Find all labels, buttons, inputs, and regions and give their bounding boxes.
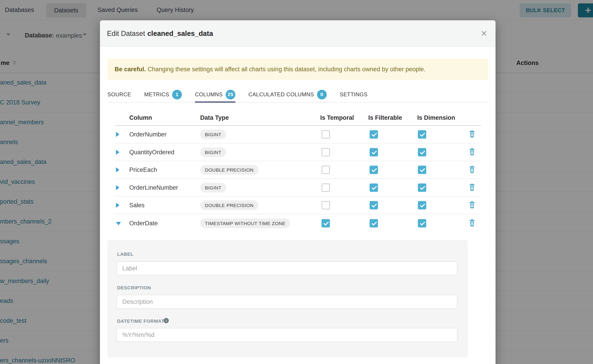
column-row-ordernumber: OrderNumberBIGINT [115,126,481,143]
tab-metrics[interactable]: METRICS1 [144,88,182,103]
delete-column-trash-icon[interactable] [469,148,475,156]
is-dimension-checkbox[interactable] [418,148,426,156]
tab-label: SOURCE [107,91,131,98]
is-temporal-checkbox[interactable] [322,201,330,209]
data-type-pill: DOUBLE PRECISION [200,201,258,210]
column-header-is-filterable: Is Filterable [368,114,402,121]
description-input[interactable] [116,295,457,309]
expand-caret-icon[interactable] [116,167,119,172]
expand-caret-icon[interactable] [116,203,119,208]
is-filterable-checkbox[interactable] [370,183,378,192]
warning-bold-text: Be careful. [115,66,146,73]
tab-count-badge: 25 [226,90,235,99]
column-detail-panel: LABEL DESCRIPTION DATETIME FORMAT i [108,240,468,357]
is-filterable-checkbox[interactable] [370,201,378,209]
column-header-is-dimension: Is Dimension [417,114,455,121]
data-type-pill: BIGINT [200,147,226,157]
expand-caret-icon[interactable] [116,185,119,190]
delete-column-trash-icon[interactable] [469,201,475,209]
label-input[interactable] [116,261,457,275]
data-type-pill: TIMESTAMP WITHOUT TIME ZONE [200,219,290,228]
expand-caret-icon[interactable] [116,132,119,137]
modal-tabbar: SOURCEMETRICS1COLUMNS25CALCULATED COLUMN… [107,88,488,103]
column-header-data-type: Data Type [200,114,229,121]
column-name: PriceEach [129,166,157,173]
label-field-label: LABEL [117,252,134,257]
tab-label: COLUMNS [195,91,223,98]
column-name: QuantityOrdered [129,149,174,156]
delete-column-trash-icon[interactable] [469,219,475,228]
is-temporal-checkbox[interactable] [322,183,330,192]
tab-label: SETTINGS [340,91,368,98]
column-row-orderdate: OrderDateTIMESTAMP WITHOUT TIME ZONE [115,214,481,232]
datetime-format-input[interactable] [116,328,457,342]
column-name: OrderLineNumber [129,184,178,191]
modal-title: Edit Dataset cleaned_sales_data [107,20,213,47]
tab-label: METRICS [144,91,169,98]
column-row-orderlinenumber: OrderLineNumberBIGINT [115,179,481,197]
delete-column-trash-icon[interactable] [469,183,475,192]
column-name: OrderNumber [129,131,166,138]
is-temporal-checkbox[interactable] [322,148,330,156]
is-dimension-checkbox[interactable] [418,201,426,209]
is-dimension-checkbox[interactable] [418,166,426,174]
tab-count-badge: 1 [172,90,182,99]
edit-dataset-modal: Edit Dataset cleaned_sales_data ✕ Be car… [100,20,495,364]
modal-header: Edit Dataset cleaned_sales_data ✕ [100,20,495,47]
data-type-pill: DOUBLE PRECISION [200,165,258,175]
is-temporal-checkbox[interactable] [322,166,330,174]
is-temporal-checkbox[interactable] [322,130,330,139]
column-row-quantityordered: QuantityOrderedBIGINT [115,144,481,161]
tab-count-badge: 0 [317,90,327,99]
data-type-pill: BIGINT [200,183,226,192]
collapse-caret-icon[interactable] [116,222,121,225]
tab-columns[interactable]: COLUMNS25 [195,88,235,103]
delete-column-trash-icon[interactable] [469,130,475,139]
warning-banner: Be careful. Changing these settings will… [107,59,488,80]
datetime-format-field-label: DATETIME FORMAT [117,318,164,324]
is-filterable-checkbox[interactable] [370,166,378,174]
is-temporal-checkbox[interactable] [322,219,330,228]
is-filterable-checkbox[interactable] [370,219,378,228]
tab-source[interactable]: SOURCE [107,88,131,103]
info-icon[interactable]: i [164,318,169,323]
is-dimension-checkbox[interactable] [418,130,426,139]
data-type-pill: BIGINT [200,130,226,139]
modal-title-prefix: Edit Dataset [107,30,145,38]
is-dimension-checkbox[interactable] [418,219,426,228]
expand-caret-icon[interactable] [116,150,119,155]
column-header-column: Column [129,114,152,121]
tab-calculated-columns[interactable]: CALCULATED COLUMNS0 [248,88,327,103]
description-field-label: DESCRIPTION [117,285,151,291]
tab-label: CALCULATED COLUMNS [248,91,314,98]
column-name: Sales [129,202,145,209]
close-icon[interactable]: ✕ [481,20,488,47]
column-row-priceeach: PriceEachDOUBLE PRECISION [115,161,481,179]
column-row-sales: SalesDOUBLE PRECISION [115,197,481,214]
is-filterable-checkbox[interactable] [370,148,378,156]
is-filterable-checkbox[interactable] [370,130,378,139]
warning-body-text: Changing these settings will affect all … [148,66,426,73]
column-header-is-temporal: Is Temporal [320,114,354,121]
delete-column-trash-icon[interactable] [469,166,475,174]
column-name: OrderDate [129,220,158,227]
tab-settings[interactable]: SETTINGS [340,88,368,103]
is-dimension-checkbox[interactable] [418,183,426,192]
modal-dataset-name: cleaned_sales_data [147,30,213,38]
